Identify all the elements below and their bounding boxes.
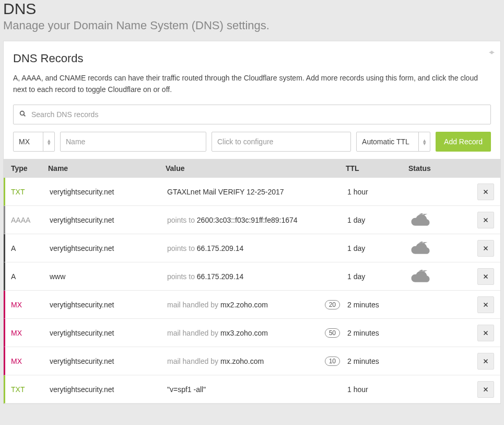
- cell-ttl[interactable]: 2 minutes: [347, 357, 410, 365]
- table-row: A www points to 66.175.209.14 1 day: [4, 262, 500, 291]
- cell-ttl[interactable]: 1 day: [347, 216, 410, 224]
- value-prefix: points to: [167, 244, 197, 252]
- cell-type[interactable]: A: [5, 272, 50, 281]
- cell-value[interactable]: points to 66.175.209.14: [167, 272, 347, 281]
- value-main: 66.175.209.14: [197, 244, 244, 252]
- caret-icon: ▴▾: [418, 132, 430, 151]
- record-type-value: MX: [14, 137, 43, 146]
- add-record-form: MX ▴▾ Automatic TTL ▴▾ Add Record: [13, 132, 491, 152]
- value-main: mx2.zoho.com: [220, 301, 268, 309]
- delete-button[interactable]: [477, 381, 494, 398]
- table-header: Type Name Value TTL Status: [4, 159, 500, 178]
- record-configure-input[interactable]: [212, 132, 351, 152]
- cell-type[interactable]: A: [5, 244, 50, 252]
- col-header-ttl: TTL: [346, 164, 408, 173]
- cell-name[interactable]: www: [50, 272, 167, 281]
- value-main: 66.175.209.14: [197, 272, 244, 281]
- cell-ttl[interactable]: 1 day: [347, 244, 410, 252]
- table-row: MX verytightsecurity.net mail handled by…: [4, 291, 500, 319]
- table-row: MX verytightsecurity.net mail handled by…: [4, 347, 500, 375]
- add-record-button[interactable]: Add Record: [436, 132, 491, 152]
- cell-name[interactable]: verytightsecurity.net: [50, 329, 167, 337]
- cell-ttl[interactable]: 2 minutes: [347, 301, 410, 309]
- cell-name[interactable]: verytightsecurity.net: [50, 357, 167, 365]
- cell-value[interactable]: points to 66.175.209.14: [167, 244, 347, 252]
- cell-ttl[interactable]: 1 day: [347, 272, 410, 281]
- cell-value[interactable]: "v=spf1 -all": [167, 385, 347, 394]
- search-input[interactable]: [13, 105, 491, 124]
- cell-status: [410, 242, 462, 255]
- cell-ttl[interactable]: 1 hour: [347, 385, 410, 394]
- priority-pill: 10: [325, 357, 340, 366]
- table-row: TXT verytightsecurity.net GTAXLnet Mail …: [4, 178, 500, 206]
- page-subtitle: Manage your Domain Name System (DNS) set…: [0, 18, 504, 41]
- delete-button[interactable]: [477, 212, 494, 228]
- priority-pill: 20: [325, 300, 340, 309]
- cell-name[interactable]: verytightsecurity.net: [50, 385, 167, 394]
- col-header-type: Type: [4, 164, 48, 173]
- cell-value[interactable]: mail handled by mx2.zoho.com 20: [167, 300, 347, 309]
- value-prefix: mail handled by: [167, 357, 220, 365]
- table-row: MX verytightsecurity.net mail handled by…: [4, 319, 500, 347]
- col-header-status: Status: [408, 164, 461, 173]
- cell-type[interactable]: AAAA: [5, 216, 50, 224]
- value-main: mx.zoho.com: [220, 357, 264, 365]
- cell-type[interactable]: MX: [5, 357, 50, 365]
- table-row: TXT verytightsecurity.net "v=spf1 -all" …: [4, 375, 500, 404]
- cell-name[interactable]: verytightsecurity.net: [50, 216, 167, 224]
- delete-button[interactable]: [477, 325, 494, 341]
- table-row: A verytightsecurity.net points to 66.175…: [4, 234, 500, 262]
- cell-name[interactable]: verytightsecurity.net: [50, 188, 167, 196]
- svg-line-1: [24, 115, 25, 117]
- value-main: mx3.zoho.com: [220, 329, 268, 337]
- caret-icon: ▴▾: [43, 132, 54, 151]
- section-title: DNS Records: [13, 52, 491, 65]
- col-header-value: Value: [166, 164, 346, 173]
- cell-status: [410, 213, 462, 227]
- cell-type[interactable]: MX: [5, 329, 50, 337]
- delete-button[interactable]: [477, 353, 494, 370]
- dns-records-panel: ◂▸ DNS Records A, AAAA, and CNAME record…: [3, 41, 501, 404]
- svg-point-0: [20, 111, 25, 116]
- cell-ttl[interactable]: 2 minutes: [347, 329, 410, 337]
- record-name-input[interactable]: [60, 132, 206, 152]
- delete-button[interactable]: [477, 240, 494, 257]
- search-icon: [19, 110, 26, 119]
- cloud-toggle-icon[interactable]: [410, 270, 431, 283]
- record-type-select[interactable]: MX ▴▾: [13, 132, 55, 152]
- section-description: A, AAAA, and CNAME records can have thei…: [13, 73, 491, 95]
- delete-button[interactable]: [477, 268, 494, 285]
- records-table: Type Name Value TTL Status TXT verytight…: [4, 159, 500, 404]
- table-row: AAAA verytightsecurity.net points to 260…: [4, 206, 500, 234]
- cell-type[interactable]: TXT: [5, 188, 50, 196]
- col-header-name: Name: [48, 164, 166, 173]
- cell-type[interactable]: MX: [5, 301, 50, 309]
- delete-button[interactable]: [477, 183, 494, 200]
- value-prefix: points to: [167, 272, 197, 281]
- cell-ttl[interactable]: 1 hour: [347, 188, 410, 196]
- page-title: DNS: [0, 0, 504, 18]
- cloud-toggle-icon[interactable]: [410, 242, 431, 255]
- value-main: GTAXLnet Mail VERIFY 12-25-2017: [167, 188, 284, 196]
- ttl-select[interactable]: Automatic TTL ▴▾: [356, 132, 430, 152]
- priority-pill: 50: [325, 328, 340, 338]
- cell-value[interactable]: mail handled by mx3.zoho.com 50: [167, 328, 347, 338]
- cell-value[interactable]: mail handled by mx.zoho.com 10: [167, 357, 347, 366]
- value-main: "v=spf1 -all": [167, 385, 206, 394]
- value-prefix: mail handled by: [167, 329, 220, 337]
- value-prefix: mail handled by: [167, 301, 220, 309]
- cell-name[interactable]: verytightsecurity.net: [50, 301, 167, 309]
- cell-type[interactable]: TXT: [5, 385, 50, 394]
- ttl-value: Automatic TTL: [357, 137, 418, 146]
- cell-status: [410, 270, 462, 283]
- delete-button[interactable]: [477, 296, 494, 313]
- cell-value[interactable]: GTAXLnet Mail VERIFY 12-25-2017: [167, 188, 347, 196]
- cell-value[interactable]: points to 2600:3c03::f03c:91ff:fe89:1674: [167, 216, 347, 224]
- cloud-toggle-icon[interactable]: [410, 213, 431, 227]
- value-prefix: points to: [167, 216, 197, 224]
- search-wrapper: [13, 105, 491, 124]
- drag-handle-icon[interactable]: ◂▸: [489, 48, 493, 56]
- cell-name[interactable]: verytightsecurity.net: [50, 244, 167, 252]
- value-main: 2600:3c03::f03c:91ff:fe89:1674: [197, 216, 298, 224]
